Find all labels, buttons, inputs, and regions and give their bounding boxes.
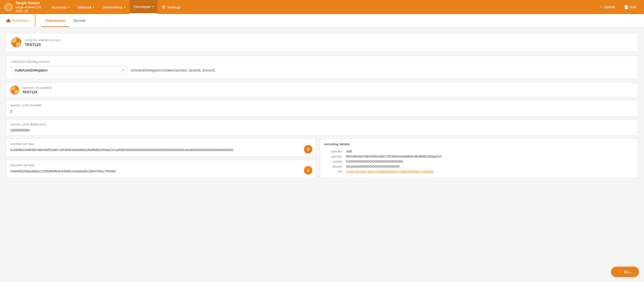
submit-icon: → <box>618 270 622 274</box>
extrinsic-module-select[interactable]: multiAssetDelegation <box>11 66 127 75</box>
nav-settings[interactable]: ⚙ Settings <box>158 0 185 14</box>
table-row: link #/extrinsics/decode/0x2d0f681549935… <box>324 169 634 174</box>
nav-settings-label: Settings <box>167 5 181 9</box>
extrinsic-label: submit the following extrinsic <box>11 60 633 63</box>
amount-label: amount: u128 (BalanceOf) <box>10 123 634 126</box>
operator-param-info: operator: AccountId32 TEST123 <box>22 86 52 94</box>
account-name: TEST123 <box>25 42 60 47</box>
account-info: using the selected account TEST123 <box>25 38 60 47</box>
brand-section[interactable]: 🔶 Tangle Testnet tangle-testnet/1101 #24… <box>4 1 47 13</box>
brand-title: Tangle Testnet <box>16 1 40 5</box>
brand-network: tangle-testnet/1101 <box>16 6 41 10</box>
assetid-encoded-value: 0200000000000000000000000000000000 <box>344 159 634 164</box>
encoded-call-hash-label: encoded call hash <box>10 164 311 167</box>
nav-governance-label: Governance <box>102 5 123 9</box>
brand-info: Tangle Testnet tangle-testnet/1101 #245,… <box>16 1 41 13</box>
chevron-down-icon: ▾ <box>68 6 70 9</box>
assetid-key: assetid <box>324 159 344 164</box>
top-navigation: 🔶 Tangle Testnet tangle-testnet/1101 #24… <box>0 0 644 14</box>
encoding-details-title: encoding details <box>324 142 634 146</box>
callindex-value: 2d0f <box>344 149 634 154</box>
extrinsic-method: scheduleDelegatorUnstake(operator, asset… <box>131 68 633 72</box>
nav-network[interactable]: Network ▾ <box>74 0 98 14</box>
tabs-bar: 📤 Extrinsics Submission Decode <box>0 14 644 27</box>
tabs-section-label: 📤 Extrinsics <box>6 14 35 27</box>
operator-param-value: TEST123 <box>22 90 52 94</box>
link-key: link <box>324 169 344 174</box>
nav-accounts-label: Accounts <box>51 5 67 9</box>
assetid-input[interactable] <box>10 109 634 113</box>
tab-submission-label: Submission <box>45 19 65 23</box>
encoding-details-table: callindex 2d0f operator 681549935d7d9b50… <box>324 149 634 174</box>
encoded-call-data-label: encoded call data <box>10 142 311 146</box>
chevron-down-icon: ▾ <box>152 5 154 8</box>
assetid-param-section: assetId: u128 (AssetId) <box>6 100 638 116</box>
wiki-icon: 📄 <box>624 5 628 9</box>
table-row: callindex 2d0f <box>324 149 634 154</box>
encoded-row: encoded call data 0x2d0f681549935d7d9b50… <box>6 138 638 178</box>
github-icon: ⑂ <box>601 5 603 9</box>
copy-call-hash-button[interactable]: ⧉ <box>304 166 312 175</box>
tabs-section-text: Extrinsics <box>13 18 29 23</box>
table-row: assetid 02000000000000000000000000000000… <box>324 159 634 164</box>
extrinsics-icon: 📤 <box>6 18 11 23</box>
chevron-down-icon: ▾ <box>124 6 125 9</box>
tab-submission[interactable]: Submission <box>41 14 69 27</box>
operator-avatar <box>10 86 19 95</box>
nav-wiki[interactable]: 📄 Wiki <box>621 0 640 14</box>
submit-label: Su... <box>624 270 632 274</box>
chevron-down-icon: ▾ <box>93 6 94 9</box>
extrinsic-decode-link[interactable]: #/extrinsics/decode/0x2d0f681549935d7d9b… <box>346 170 433 173</box>
assetid-label: assetId: u128 (AssetId) <box>10 104 634 107</box>
table-row: operator 681549935d7d9b500f503d87c2f0350… <box>324 154 634 159</box>
encoded-call-data-block: encoded call data 0x2d0f681549935d7d9b50… <box>6 138 316 157</box>
nav-developer[interactable]: Developer ▾ <box>130 0 157 14</box>
nav-github[interactable]: ⑂ GitHub <box>597 0 619 14</box>
amount-param-section: amount: u128 (BalanceOf) <box>6 119 638 135</box>
gear-icon: ⚙ <box>162 4 166 10</box>
callindex-key: callindex <box>324 149 344 154</box>
encoded-call-hash-block: encoded call hash 0xbbf493166da3a6d1c12f… <box>6 160 316 178</box>
operator-encoded-value: 681549935d7d9b500f503d87c2f035083e5e9460… <box>344 154 634 159</box>
nav-github-label: GitHub <box>604 5 615 9</box>
account-label: using the selected account <box>25 38 60 42</box>
tab-decode[interactable]: Decode <box>70 14 90 27</box>
amount-key: amount <box>324 164 344 169</box>
submit-wrap: → Su... <box>611 267 639 277</box>
nav-governance[interactable]: Governance ▾ <box>98 0 130 14</box>
link-value[interactable]: #/extrinsics/decode/0x2d0f681549935d7d9b… <box>344 169 634 174</box>
extrinsic-section: submit the following extrinsic multiAsse… <box>6 56 638 79</box>
operator-key: operator <box>324 154 344 159</box>
operator-param-section: operator: AccountId32 TEST123 <box>6 83 638 97</box>
account-section: using the selected account TEST123 <box>6 33 638 52</box>
encoding-details-block: encoding details callindex 2d0f operator… <box>320 138 638 178</box>
operator-param-header: operator: AccountId32 TEST123 <box>6 83 638 97</box>
encoded-call-hash-value: 0xbbf493166da3a6d1c12f56ef83f6e9c64b85e1… <box>10 169 311 174</box>
brand-logo: 🔶 <box>4 3 13 12</box>
brand-block: #245,132 <box>16 9 28 13</box>
nav-accounts[interactable]: Accounts ▾ <box>47 0 74 14</box>
main-content: using the selected account TEST123 submi… <box>0 27 644 282</box>
nav-developer-label: Developer <box>134 5 151 9</box>
nav-wiki-label: Wiki <box>630 5 636 9</box>
amount-input[interactable] <box>10 128 634 132</box>
tab-decode-label: Decode <box>74 19 86 23</box>
copy-call-data-button[interactable]: ⧉ <box>304 145 312 154</box>
extrinsic-module-wrap: multiAssetDelegation ▾ <box>11 66 127 75</box>
nav-network-label: Network <box>78 5 91 9</box>
nav-right-section: ⑂ GitHub 📄 Wiki <box>597 0 640 14</box>
amount-encoded-value: 00ca9a3b000000000000000000000000 <box>344 164 634 169</box>
extrinsic-row: multiAssetDelegation ▾ scheduleDelegator… <box>11 66 633 75</box>
encoded-left: encoded call data 0x2d0f681549935d7d9b50… <box>6 138 316 178</box>
operator-type-label: operator: AccountId32 <box>22 86 52 90</box>
avatar <box>11 37 21 47</box>
encoded-call-data-value: 0x2d0f681549935d7d9b500f503d87c2f035083e… <box>10 148 311 153</box>
submit-button[interactable]: → Su... <box>611 267 639 277</box>
table-row: amount 00ca9a3b000000000000000000000000 <box>324 164 634 169</box>
